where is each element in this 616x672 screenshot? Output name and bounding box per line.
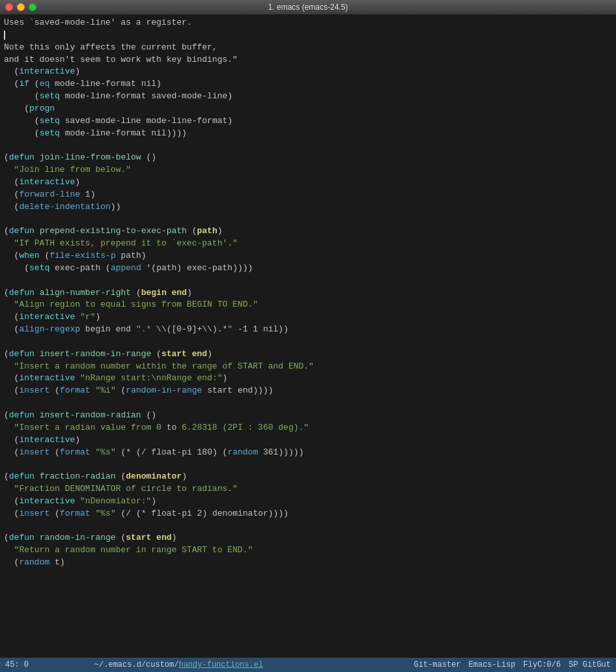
code-line: "Align region to equal signs from BEGIN … <box>4 299 612 311</box>
code-line <box>4 139 612 152</box>
emacs-mode: Emacs-Lisp <box>469 660 516 669</box>
status-position: 45: 0 ~/.emacs.d/custom/handy-functions.… <box>5 660 414 669</box>
code-line: (defun join-line-from-below () <box>4 152 612 164</box>
title-bar: 1. emacs (emacs-24.5) <box>0 0 616 14</box>
status-right: Git-master Emacs-Lisp FlyC:0/6 SP GitGut <box>414 660 611 669</box>
code-line: (forward-line 1) <box>4 189 612 201</box>
git-branch: Git-master <box>414 660 461 669</box>
code-line: (insert (format "%i" (random-in-range st… <box>4 385 612 397</box>
code-line: (defun random-in-range (start end) <box>4 532 612 544</box>
code-line: (setq mode-line-format saved-mode-line) <box>4 91 612 103</box>
window-controls[interactable] <box>5 3 36 11</box>
code-line: (interactive "nDenomiator:") <box>4 496 612 508</box>
minimize-button[interactable] <box>17 3 25 11</box>
code-line <box>4 397 612 410</box>
code-line: and it doesn't seem to work wth key bind… <box>4 54 612 66</box>
code-line <box>4 458 612 471</box>
code-line: (setq exec-path (append '(path) exec-pat… <box>4 262 612 275</box>
code-line: (defun fraction-radian (denominator) <box>4 471 612 483</box>
code-line: (setq saved-mode-line mode-line-format) <box>4 115 612 128</box>
code-line: (interactive) <box>4 176 612 189</box>
code-line: (insert (format "%s" (* (/ float-pi 180)… <box>4 447 612 459</box>
code-line: (interactive) <box>4 434 612 447</box>
code-line <box>4 214 612 226</box>
code-line <box>4 275 612 287</box>
code-line: (interactive "nRange start:\nnRange end:… <box>4 372 612 385</box>
editor-area[interactable]: Uses `saved-mode-line' as a register. No… <box>0 14 616 658</box>
code-line: (setq mode-line-format nil)))) <box>4 128 612 140</box>
code-line <box>4 520 612 533</box>
code-line: "Fraction DENOMINATOR of circle to radia… <box>4 483 612 496</box>
code-line: (defun insert-random-in-range (start end… <box>4 348 612 361</box>
code-line: "Insert a random number within the range… <box>4 361 612 373</box>
code-line: "Insert a radian value from 0 to 6.28318… <box>4 422 612 434</box>
code-line: Note this only affects the current buffe… <box>4 42 612 54</box>
code-line: Uses `saved-mode-line' as a register. <box>4 17 612 29</box>
code-line: (when (file-exists-p path) <box>4 250 612 262</box>
code-line <box>4 29 612 42</box>
code-line: (progn <box>4 103 612 115</box>
code-line: (defun prepend-existing-to-exec-path (pa… <box>4 225 612 238</box>
code-line <box>4 336 612 348</box>
flycheck-status: FlyC:0/6 <box>524 660 561 669</box>
file-path: ~/.emacs.d/custom/handy-functions.el <box>94 660 263 669</box>
code-line: "Return a random number in range START t… <box>4 544 612 557</box>
code-line: (align-regexp begin end ".* \\([0-9]+\\)… <box>4 324 612 336</box>
code-line: (interactive "r") <box>4 311 612 324</box>
code-line: "Join line from below." <box>4 164 612 176</box>
code-line: "If PATH exists, prepend it to `exec-pat… <box>4 238 612 250</box>
code-line: (insert (format "%s" (/ (* float-pi 2) d… <box>4 508 612 520</box>
extra-status: SP GitGut <box>568 660 611 669</box>
cursor-position: 45: 0 <box>5 660 29 669</box>
window-title: 1. emacs (emacs-24.5) <box>268 3 348 12</box>
code-line: (interactive) <box>4 66 612 78</box>
code-line: (delete-indentation)) <box>4 201 612 214</box>
code-line: (defun insert-random-radian () <box>4 410 612 422</box>
maximize-button[interactable] <box>29 3 36 11</box>
status-bar: 45: 0 ~/.emacs.d/custom/handy-functions.… <box>0 658 616 672</box>
code-line: (if (eq mode-line-format nil) <box>4 78 612 91</box>
file-link[interactable]: handy-functions.el <box>178 660 263 669</box>
code-line: (random t) <box>4 557 612 569</box>
close-button[interactable] <box>5 3 13 11</box>
code-line: (defun align-number-right (begin end) <box>4 287 612 300</box>
